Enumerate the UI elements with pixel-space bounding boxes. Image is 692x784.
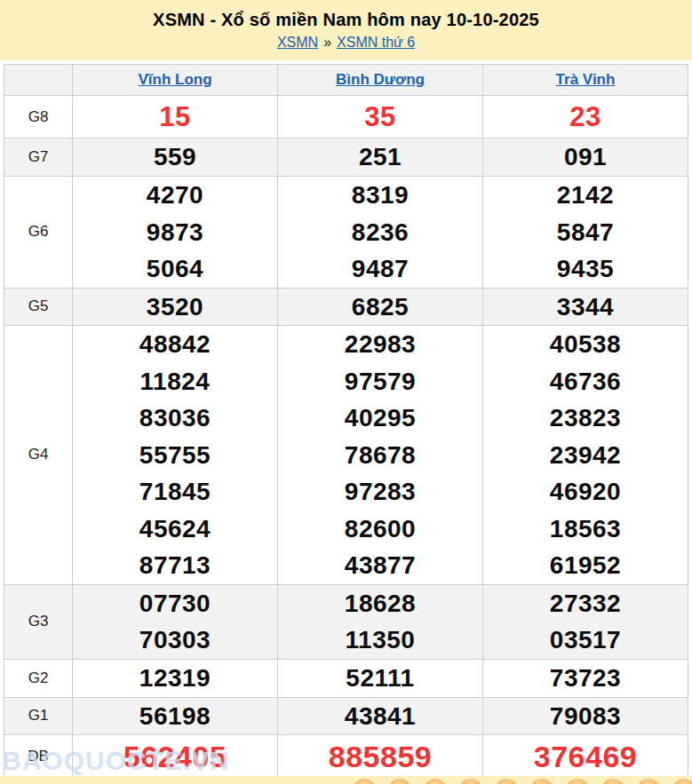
prize-row-G7: G7559251091 [4, 139, 688, 177]
prize-number: 251 [278, 139, 482, 176]
prize-number: 40295 [278, 400, 482, 437]
prize-cell: 214258479435 [483, 177, 688, 289]
prize-cell: 0773070303 [73, 584, 278, 659]
prize-number: 23 [483, 97, 688, 138]
prize-cell: 23 [483, 96, 688, 139]
prize-cell: 1862811350 [278, 584, 483, 659]
prize-number: 23823 [483, 400, 688, 437]
prize-number: 55755 [73, 437, 277, 474]
prize-number: 376469 [483, 736, 688, 778]
prize-number: 18628 [278, 585, 482, 622]
prize-number: 56198 [73, 698, 277, 735]
prize-cell: 6825 [278, 288, 483, 326]
prize-cell: 091 [483, 139, 688, 177]
prize-number: 8319 [278, 177, 482, 214]
prize-number: 27332 [483, 585, 688, 622]
lottery-results-table: Vĩnh Long Bình Dương Trà Vinh G8153523G7… [4, 64, 688, 779]
prize-cell: 559 [73, 139, 278, 177]
prize-row-G3: G3077307030318628113502733203517 [4, 584, 688, 659]
prize-number: 2142 [483, 177, 688, 214]
prize-number: 9487 [278, 250, 482, 288]
prize-cell: 2733203517 [483, 584, 688, 659]
prize-number: 07730 [73, 585, 277, 622]
prize-number: 45624 [73, 511, 277, 548]
prize-label: G6 [4, 177, 73, 289]
prize-label: G5 [4, 288, 73, 326]
prize-label: G4 [4, 326, 73, 585]
prize-row-G1: G1561984384179083 [4, 697, 688, 735]
prize-label: G3 [4, 584, 73, 659]
prize-cell: 15 [73, 96, 278, 139]
prize-number: 22983 [278, 326, 482, 363]
breadcrumb-link-current[interactable]: XSMN thứ 6 [337, 35, 415, 50]
breadcrumb-link-home[interactable]: XSMN [277, 35, 318, 50]
prize-number: 11824 [73, 363, 277, 400]
breadcrumb: XSMN»XSMN thứ 6 [277, 35, 415, 51]
prize-number: 559 [73, 139, 277, 176]
prize-row-ĐB: ĐB562405885859376469 [4, 735, 688, 779]
results-table-wrap: Vĩnh Long Bình Dương Trà Vinh G8153523G7… [4, 64, 692, 779]
prize-number: 35 [278, 97, 482, 138]
page-title: XSMN - Xổ số miền Nam hôm nay 10-10-2025 [153, 10, 539, 30]
prize-row-G4: G448842118248303655755718454562487713229… [4, 326, 688, 585]
table-header-row: Vĩnh Long Bình Dương Trà Vinh [4, 65, 688, 96]
prize-number: 5847 [483, 214, 688, 251]
prize-cell: 35 [278, 96, 483, 139]
prize-label: G1 [4, 697, 73, 735]
prize-number: 3520 [73, 289, 277, 326]
prize-number: 78678 [278, 437, 482, 474]
breadcrumb-separator: » [323, 35, 331, 50]
prize-row-G6: G6427098735064831982369487214258479435 [4, 177, 688, 289]
province-link-tra-vinh[interactable]: Trà Vinh [556, 71, 616, 88]
prize-number: 83036 [73, 400, 277, 437]
prize-number: 9873 [73, 214, 277, 251]
prize-cell: 562405 [73, 735, 278, 779]
prize-row-G2: G2123195211173723 [4, 659, 688, 697]
prize-row-G5: G5352068253344 [4, 288, 688, 326]
prize-number: 71845 [73, 473, 277, 511]
prize-number: 79083 [483, 698, 688, 735]
prize-number: 48842 [73, 326, 277, 363]
prize-cell: 22983975794029578678972838260043877 [278, 326, 483, 585]
prize-number: 885859 [278, 736, 482, 778]
prize-number: 8236 [278, 214, 482, 251]
prize-label: G2 [4, 659, 73, 697]
province-link-binh-duong[interactable]: Bình Dương [336, 71, 425, 88]
prize-number: 091 [483, 139, 688, 176]
prize-number: 562405 [73, 736, 277, 778]
prize-cell: 376469 [483, 735, 688, 779]
prize-cell: 251 [278, 139, 483, 177]
province-link-vinh-long[interactable]: Vĩnh Long [138, 71, 211, 88]
prize-number: 03517 [483, 622, 688, 659]
prize-number: 73723 [483, 660, 688, 697]
prize-cell: 73723 [483, 659, 688, 697]
prize-number: 52111 [278, 660, 482, 697]
prize-number: 11350 [278, 622, 482, 659]
prize-cell: 12319 [73, 659, 278, 697]
prize-cell: 885859 [278, 735, 483, 779]
prize-cell: 831982369487 [278, 177, 483, 289]
prize-number: 46920 [483, 473, 688, 511]
prize-number: 6825 [278, 289, 482, 326]
prize-number: 43841 [278, 698, 482, 735]
prize-number: 40538 [483, 326, 688, 363]
prize-number: 3344 [483, 289, 688, 326]
prize-number: 5064 [73, 250, 277, 288]
prize-cell: 3344 [483, 288, 688, 326]
prize-number: 15 [73, 97, 277, 138]
prize-number: 9435 [483, 250, 688, 288]
prize-cell: 40538467362382323942469201856361952 [483, 326, 688, 585]
bottom-yellow-strip [0, 776, 692, 784]
prize-label: G7 [4, 139, 73, 177]
prize-number: 97283 [278, 473, 482, 511]
prize-row-G8: G8153523 [4, 96, 688, 139]
prize-cell: 79083 [483, 697, 688, 735]
prize-cell: 3520 [73, 288, 278, 326]
prize-column-header [4, 65, 73, 96]
prize-number: 4270 [73, 177, 277, 214]
prize-number: 87713 [73, 547, 277, 584]
prize-cell: 48842118248303655755718454562487713 [73, 326, 278, 585]
prize-number: 23942 [483, 437, 688, 474]
prize-cell: 43841 [278, 697, 483, 735]
prize-number: 70303 [73, 622, 277, 659]
